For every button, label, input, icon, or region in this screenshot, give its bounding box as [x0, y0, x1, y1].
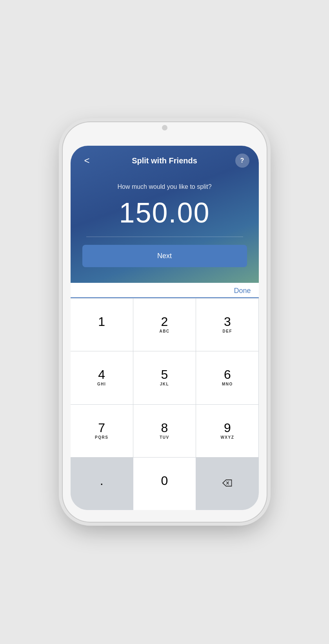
- key-5[interactable]: 5 JKL: [133, 351, 196, 404]
- next-button[interactable]: Next: [82, 245, 247, 267]
- key-9[interactable]: 9 WXYZ: [196, 405, 258, 457]
- keypad: 1 2 ABC 3 DEF 4 GHI 5 JKL: [71, 298, 259, 510]
- notch: [133, 122, 196, 133]
- keyboard-done-row: Done: [71, 283, 259, 298]
- key-decimal[interactable]: .: [71, 458, 133, 510]
- keyboard-area: Done 1 2 ABC 3 DEF 4 GHI: [71, 283, 259, 510]
- key-2[interactable]: 2 ABC: [133, 298, 196, 351]
- key-0[interactable]: 0: [133, 458, 196, 510]
- key-6[interactable]: 6 MNO: [196, 351, 258, 404]
- phone-frame: < Split with Friends ? How much would yo…: [63, 122, 267, 522]
- app-hero: < Split with Friends ? How much would yo…: [71, 146, 259, 283]
- amount-display: 150.00: [82, 197, 247, 229]
- key-4[interactable]: 4 GHI: [71, 351, 133, 404]
- camera-icon: [162, 125, 167, 130]
- page-title: Split with Friends: [94, 156, 235, 165]
- key-backspace[interactable]: [196, 458, 258, 510]
- divider: [86, 237, 243, 237]
- key-7[interactable]: 7 PQRS: [71, 405, 133, 457]
- phone-screen: < Split with Friends ? How much would yo…: [71, 146, 259, 510]
- key-8[interactable]: 8 TUV: [133, 405, 196, 457]
- hero-content: How much would you like to split? 150.00…: [71, 168, 259, 283]
- back-button[interactable]: <: [80, 154, 94, 168]
- app-header: < Split with Friends ?: [71, 146, 259, 168]
- split-question: How much would you like to split?: [82, 183, 247, 190]
- key-3[interactable]: 3 DEF: [196, 298, 258, 351]
- done-button[interactable]: Done: [234, 287, 251, 295]
- key-1[interactable]: 1: [71, 298, 133, 351]
- help-button[interactable]: ?: [235, 154, 249, 168]
